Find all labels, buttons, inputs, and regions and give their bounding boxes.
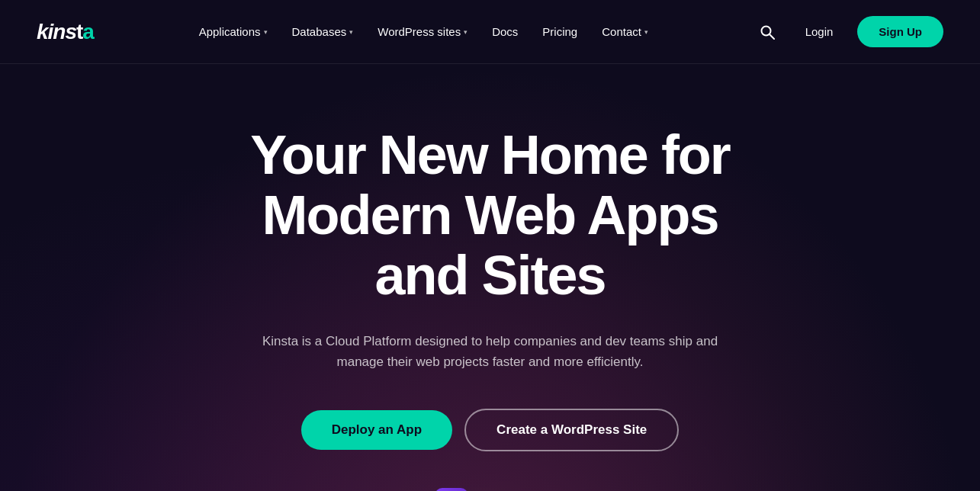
nav-item-pricing[interactable]: Pricing	[532, 19, 588, 44]
watch-demo-link[interactable]: Watch demo	[435, 488, 545, 491]
logo[interactable]: kinsta	[37, 20, 94, 44]
svg-line-1	[770, 34, 774, 39]
nav-link-docs[interactable]: Docs	[481, 19, 529, 44]
nav-links: Applications ▾ Databases ▾ WordPress sit…	[188, 19, 659, 44]
nav-link-databases[interactable]: Databases ▾	[281, 19, 365, 44]
nav-item-applications[interactable]: Applications ▾	[188, 19, 278, 44]
login-button[interactable]: Login	[793, 19, 846, 44]
play-button-icon	[435, 488, 468, 491]
nav-item-databases[interactable]: Databases ▾	[281, 19, 365, 44]
nav-item-contact[interactable]: Contact ▾	[591, 19, 659, 44]
nav-link-wordpress-sites[interactable]: WordPress sites ▾	[367, 19, 478, 44]
nav-item-docs[interactable]: Docs	[481, 19, 529, 44]
nav-link-pricing[interactable]: Pricing	[532, 19, 588, 44]
search-icon	[760, 24, 775, 40]
hero-title: Your New Home for Modern Web Apps and Si…	[223, 125, 757, 306]
chevron-down-icon: ▾	[644, 28, 648, 36]
hero-subtitle: Kinsta is a Cloud Platform designed to h…	[254, 331, 727, 372]
nav-actions: Login Sign Up	[753, 16, 943, 47]
nav-link-contact[interactable]: Contact ▾	[591, 19, 659, 44]
nav-item-wordpress-sites[interactable]: WordPress sites ▾	[367, 19, 478, 44]
logo-text: kinsta	[37, 20, 94, 44]
chevron-down-icon: ▾	[464, 28, 468, 36]
create-wordpress-button[interactable]: Create a WordPress Site	[464, 409, 679, 451]
nav-link-applications[interactable]: Applications ▾	[188, 19, 278, 44]
hero-buttons: Deploy an App Create a WordPress Site	[301, 409, 680, 451]
signup-button[interactable]: Sign Up	[857, 16, 943, 47]
chevron-down-icon: ▾	[349, 28, 353, 36]
search-button[interactable]	[753, 18, 781, 46]
navigation: kinsta Applications ▾ Databases ▾ WordPr…	[0, 0, 980, 64]
deploy-app-button[interactable]: Deploy an App	[301, 410, 452, 450]
chevron-down-icon: ▾	[264, 28, 268, 36]
hero-section: Your New Home for Modern Web Apps and Si…	[0, 64, 980, 491]
